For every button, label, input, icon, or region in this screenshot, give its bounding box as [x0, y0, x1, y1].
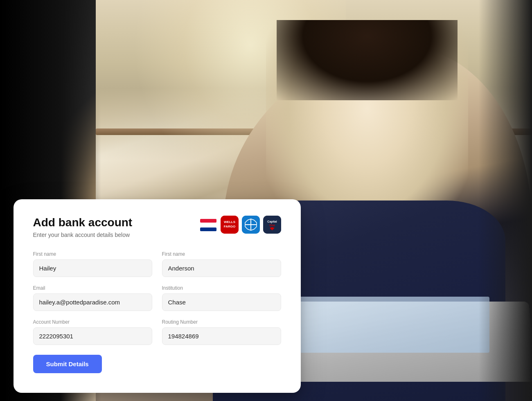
institution-input[interactable] [162, 293, 281, 311]
page-subtitle: Enter your bank account details below [33, 232, 133, 238]
institution-group: Institution [162, 285, 281, 311]
svg-text:One: One [269, 224, 275, 227]
card-header: Add bank account Enter your bank account… [33, 216, 281, 239]
svg-rect-1 [200, 219, 216, 223]
capital-one-logo: Capital One [263, 216, 281, 234]
account-number-label: Account Number [33, 319, 152, 325]
svg-text:FARGO: FARGO [223, 225, 235, 228]
email-input[interactable] [33, 293, 152, 311]
page-title: Add bank account [33, 216, 133, 230]
account-number-group: Account Number [33, 319, 152, 345]
form-grid: First name First name Email Institution … [33, 251, 281, 345]
svg-text:WELLS: WELLS [224, 220, 236, 224]
bg-hair [277, 20, 458, 100]
account-number-input[interactable] [33, 327, 152, 345]
bank-logos: WELLS FARGO Capital One [199, 216, 281, 234]
email-group: Email [33, 285, 152, 311]
first-name-label: First name [33, 251, 152, 257]
institution-label: Institution [162, 285, 281, 291]
email-label: Email [33, 285, 152, 291]
last-name-group: First name [162, 251, 281, 277]
last-name-label: First name [162, 251, 281, 257]
bg-dark-right [479, 0, 532, 401]
routing-number-label: Routing Number [162, 319, 281, 325]
submit-button[interactable]: Submit Details [33, 355, 102, 373]
last-name-input[interactable] [162, 259, 281, 277]
wells-fargo-logo: WELLS FARGO [221, 216, 239, 234]
first-name-group: First name [33, 251, 152, 277]
routing-number-input[interactable] [162, 327, 281, 345]
first-name-input[interactable] [33, 259, 152, 277]
svg-rect-2 [200, 223, 216, 227]
routing-number-group: Routing Number [162, 319, 281, 345]
chase-logo [242, 216, 260, 234]
svg-rect-3 [200, 228, 216, 231]
card-title-area: Add bank account Enter your bank account… [33, 216, 133, 239]
bofa-logo [199, 216, 217, 234]
svg-text:Capital: Capital [267, 220, 277, 223]
bank-account-card: Add bank account Enter your bank account… [14, 199, 301, 393]
